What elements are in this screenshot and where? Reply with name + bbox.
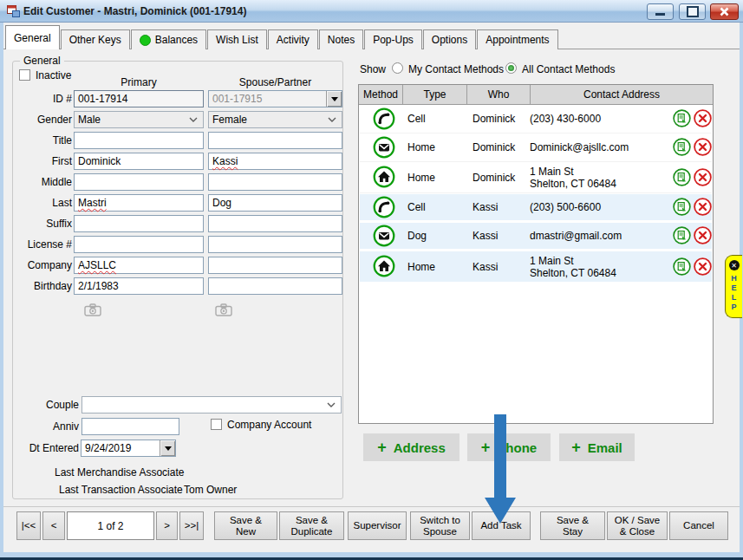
birthday-primary-input[interactable]: 2/1/1983 xyxy=(74,277,204,295)
last-record-button[interactable]: >>| xyxy=(179,511,204,540)
all-contact-methods-radio[interactable] xyxy=(505,62,517,74)
previous-record-button[interactable]: < xyxy=(42,511,65,540)
id-primary-field[interactable]: 001-17914 xyxy=(74,90,204,107)
grid-header-who[interactable]: Who xyxy=(467,85,531,104)
anniv-input[interactable] xyxy=(81,418,179,435)
table-row[interactable]: Cell Dominick (203) 430-6000 xyxy=(360,105,712,133)
first-primary-input[interactable] xyxy=(74,153,204,170)
tab-other-keys[interactable]: Other Keys xyxy=(61,29,130,49)
birthday-spouse-input[interactable] xyxy=(208,277,342,295)
license-primary-input[interactable] xyxy=(74,236,204,253)
last-label: Last xyxy=(9,197,72,209)
table-row[interactable]: Home Dominick 1 Main StShelton, CT 06484 xyxy=(360,162,712,193)
table-row[interactable]: Home Kassi 1 Main StShelton, CT 06484 xyxy=(360,251,712,282)
row-address-line1: 1 Main St xyxy=(530,166,616,178)
license-spouse-input[interactable] xyxy=(208,236,342,253)
inactive-label: Inactive xyxy=(36,69,71,81)
id-spouse-dropdown[interactable]: 001-17915 xyxy=(208,90,342,107)
help-tab[interactable]: ✕ H E L P xyxy=(725,255,742,318)
add-email-button[interactable]: +Email xyxy=(559,433,635,461)
title-spouse-input[interactable] xyxy=(208,132,342,149)
tab-options[interactable]: Options xyxy=(423,29,476,49)
delete-icon[interactable] xyxy=(694,109,712,127)
cancel-button[interactable]: Cancel xyxy=(669,511,728,540)
delete-icon[interactable] xyxy=(694,168,712,186)
edit-icon[interactable] xyxy=(673,109,691,127)
tab-appointments[interactable]: Appointments xyxy=(477,29,557,49)
tab-wish-list[interactable]: Wish List xyxy=(207,29,267,49)
gender-label: Gender xyxy=(9,114,72,126)
add-address-button[interactable]: +Address xyxy=(363,433,459,461)
window-title: Edit Customer - Mastri, Dominick (001-17… xyxy=(23,5,246,17)
grid-header-type[interactable]: Type xyxy=(403,85,467,104)
last-primary-input[interactable]: Mastri xyxy=(74,194,204,212)
delete-icon[interactable] xyxy=(694,257,712,276)
couple-select[interactable] xyxy=(81,396,342,413)
grid-header-method[interactable]: Method xyxy=(359,85,403,104)
plus-icon: + xyxy=(481,440,491,455)
primary-photo-camera-icon[interactable] xyxy=(84,303,101,317)
suffix-primary-input[interactable] xyxy=(74,215,204,232)
table-row[interactable]: Cell Kassi (203) 500-6600 xyxy=(360,194,712,220)
last-spouse-input[interactable]: Dog xyxy=(208,194,342,212)
add-task-button[interactable]: Add Task xyxy=(472,511,531,540)
my-contact-methods-label: My Contact Methods xyxy=(408,63,504,75)
edit-customer-window: Edit Customer - Mastri, Dominick (001-17… xyxy=(0,0,743,560)
dropdown-arrow-icon[interactable] xyxy=(160,440,175,456)
grid-header-contact-address[interactable]: Contact Address xyxy=(531,85,713,104)
save-and-stay-button[interactable]: Save &Stay xyxy=(540,511,605,540)
suffix-spouse-input[interactable] xyxy=(208,215,342,232)
switch-to-spouse-button[interactable]: Switch toSpouse xyxy=(410,511,470,540)
edit-icon[interactable] xyxy=(673,138,691,156)
inactive-checkbox[interactable] xyxy=(19,69,30,81)
ok-save-close-button[interactable]: OK / Save& Close xyxy=(607,511,668,540)
next-record-button[interactable]: > xyxy=(156,511,178,540)
close-button[interactable] xyxy=(710,3,739,20)
delete-icon[interactable] xyxy=(694,198,712,216)
company-spouse-input[interactable] xyxy=(208,257,342,274)
middle-spouse-input[interactable] xyxy=(208,173,342,191)
table-row[interactable]: Home Dominick Dominick@ajsllc.com xyxy=(360,133,712,162)
gender-primary-select[interactable]: Male xyxy=(74,111,204,128)
delete-icon[interactable] xyxy=(694,138,712,156)
row-address: (203) 500-6600 xyxy=(530,201,601,213)
row-who: Kassi xyxy=(473,201,498,213)
dropdown-arrow-icon[interactable] xyxy=(326,91,342,107)
tab-balances[interactable]: Balances xyxy=(131,29,206,49)
minimize-button[interactable] xyxy=(647,3,674,20)
dt-entered-dropdown[interactable]: 9/24/2019 xyxy=(81,440,176,457)
table-row[interactable]: Dog Kassi dmastri@gmail.com xyxy=(360,223,712,249)
my-contact-methods-radio[interactable] xyxy=(392,62,403,74)
tab-activity[interactable]: Activity xyxy=(268,29,318,49)
row-type: Home xyxy=(407,261,435,273)
spouse-photo-camera-icon[interactable] xyxy=(215,303,232,317)
company-primary-input[interactable]: AJSLLC xyxy=(74,257,204,274)
edit-icon[interactable] xyxy=(673,257,691,276)
first-spouse-input[interactable]: Kassi xyxy=(208,153,342,170)
edit-icon[interactable] xyxy=(673,198,691,216)
tab-pop-ups[interactable]: Pop-Ups xyxy=(364,29,422,49)
gender-spouse-select[interactable]: Female xyxy=(208,111,342,128)
mail-icon xyxy=(373,136,395,159)
row-type: Home xyxy=(407,141,435,153)
supervisor-button[interactable]: Supervisor xyxy=(348,511,407,540)
middle-primary-input[interactable] xyxy=(74,173,204,191)
tab-notes[interactable]: Notes xyxy=(319,29,363,49)
add-phone-button[interactable]: +Phone xyxy=(467,433,551,461)
title-primary-input[interactable] xyxy=(74,132,204,149)
company-label: Company xyxy=(9,259,72,271)
company-account-checkbox[interactable] xyxy=(211,419,222,430)
tab-strip: General Other Keys Balances Wish List Ac… xyxy=(5,27,559,49)
save-and-duplicate-button[interactable]: Save &Duplicate xyxy=(279,511,344,540)
id-label: ID # xyxy=(9,93,72,105)
row-type: Dog xyxy=(407,230,427,242)
delete-icon[interactable] xyxy=(694,226,712,244)
edit-icon[interactable] xyxy=(673,168,691,186)
edit-icon[interactable] xyxy=(673,226,691,244)
row-address-line2: Shelton, CT 06484 xyxy=(530,267,616,279)
home-icon xyxy=(373,255,395,277)
maximize-button[interactable] xyxy=(679,3,706,20)
tab-general[interactable]: General xyxy=(5,25,60,49)
save-and-new-button[interactable]: Save &New xyxy=(214,511,277,540)
first-record-button[interactable]: |<< xyxy=(16,511,41,540)
